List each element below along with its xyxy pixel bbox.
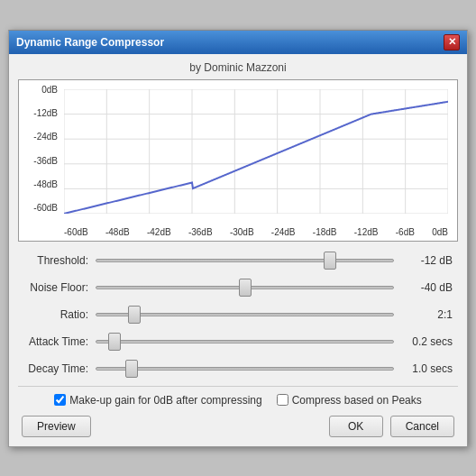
x-label-8: -6dB — [396, 227, 415, 237]
noise-floor-slider[interactable] — [96, 286, 394, 289]
ok-cancel-group: OK Cancel — [329, 416, 454, 437]
attack-time-slider[interactable] — [96, 340, 394, 343]
divider — [18, 386, 458, 387]
y-label-4: -48dB — [33, 179, 60, 189]
checkboxes-row: Make-up gain for 0dB after compressing C… — [18, 394, 458, 407]
makeup-gain-label: Make-up gain for 0dB after compressing — [69, 394, 261, 407]
close-button[interactable]: ✕ — [444, 34, 460, 50]
ratio-label: Ratio: — [23, 308, 96, 321]
y-label-1: -12dB — [33, 108, 60, 118]
threshold-label: Threshold: — [23, 254, 96, 267]
window-title: Dynamic Range Compressor — [16, 36, 444, 49]
x-label-7: -12dB — [354, 227, 379, 237]
buttons-row: Preview OK Cancel — [18, 416, 458, 437]
decay-time-slider-container — [96, 367, 394, 371]
x-label-2: -42dB — [147, 227, 171, 237]
ratio-value: 2:1 — [394, 308, 453, 321]
x-label-5: -24dB — [271, 227, 296, 237]
y-axis-labels: 0dB -12dB -24dB -36dB -48dB -60dB — [21, 85, 60, 214]
noise-floor-slider-container — [96, 286, 394, 289]
decay-time-row: Decay Time: 1.0 secs — [23, 359, 453, 379]
compress-peaks-item: Compress based on Peaks — [277, 394, 422, 407]
preview-button[interactable]: Preview — [22, 416, 91, 437]
threshold-row: Threshold: -12 dB — [23, 251, 453, 270]
attack-time-label: Attack Time: — [23, 335, 96, 348]
ok-button[interactable]: OK — [329, 416, 383, 437]
compress-peaks-checkbox[interactable] — [277, 394, 288, 406]
attack-time-slider-container — [96, 340, 394, 343]
y-label-3: -36dB — [33, 156, 60, 166]
decay-time-value: 1.0 secs — [394, 362, 453, 375]
ratio-slider[interactable] — [96, 313, 394, 316]
threshold-slider[interactable] — [96, 259, 394, 262]
makeup-gain-checkbox[interactable] — [54, 394, 66, 406]
dialog-content: by Dominic Mazzoni 0dB -12dB -24dB -36dB… — [9, 54, 467, 446]
makeup-gain-item: Make-up gain for 0dB after compressing — [54, 394, 261, 407]
decay-time-label: Decay Time: — [23, 362, 96, 375]
attack-time-row: Attack Time: 0.2 secs — [23, 332, 453, 352]
cancel-button[interactable]: Cancel — [390, 416, 454, 437]
y-label-2: -24dB — [33, 132, 60, 142]
x-label-4: -30dB — [230, 227, 254, 237]
decay-time-slider[interactable] — [96, 367, 394, 371]
compress-peaks-label: Compress based on Peaks — [292, 394, 422, 407]
noise-floor-label: Noise Floor: — [23, 281, 96, 294]
ratio-slider-container — [96, 313, 394, 316]
y-label-0: 0dB — [41, 85, 60, 95]
noise-floor-value: -40 dB — [394, 281, 453, 294]
threshold-value: -12 dB — [394, 254, 453, 267]
noise-floor-row: Noise Floor: -40 dB — [23, 278, 453, 298]
controls-section: Threshold: -12 dB Noise Floor: -40 dB Ra… — [18, 251, 458, 379]
x-label-9: 0dB — [432, 227, 448, 237]
subtitle: by Dominic Mazzoni — [18, 61, 458, 74]
title-bar: Dynamic Range Compressor ✕ — [9, 31, 467, 54]
attack-time-value: 0.2 secs — [394, 335, 453, 348]
x-label-6: -18dB — [313, 227, 337, 237]
x-axis-labels: -60dB -48dB -42dB -36dB -30dB -24dB -18d… — [64, 227, 448, 237]
compressor-graph: 0dB -12dB -24dB -36dB -48dB -60dB -60dB … — [18, 79, 458, 242]
y-label-5: -60dB — [33, 203, 60, 213]
ratio-row: Ratio: 2:1 — [23, 305, 453, 325]
threshold-slider-container — [96, 259, 394, 262]
curve-canvas — [64, 89, 448, 214]
x-label-0: -60dB — [64, 227, 88, 237]
x-label-3: -36dB — [188, 227, 213, 237]
x-label-1: -48dB — [105, 227, 130, 237]
dialog-window: Dynamic Range Compressor ✕ by Dominic Ma… — [8, 30, 468, 447]
